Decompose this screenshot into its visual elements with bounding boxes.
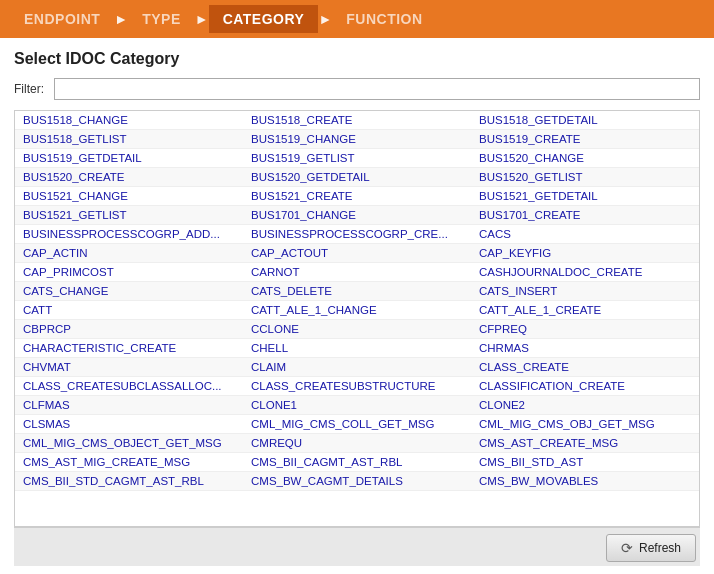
list-item[interactable]: CML_MIG_CMS_OBJECT_GET_MSG: [15, 434, 243, 453]
list-item[interactable]: BUS1521_CHANGE: [15, 187, 243, 206]
list-item[interactable]: CATS_INSERT: [471, 282, 699, 301]
list-item[interactable]: CAP_KEYFIG: [471, 244, 699, 263]
list-item[interactable]: CLASS_CREATESUBSTRUCTURE: [243, 377, 471, 396]
list-item[interactable]: BUS1701_CHANGE: [243, 206, 471, 225]
page-title: Select IDOC Category: [14, 50, 700, 68]
list-item[interactable]: BUS1518_GETDETAIL: [471, 111, 699, 130]
bottom-bar: ⟳ Refresh: [14, 527, 700, 566]
list-item[interactable]: CAP_PRIMCOST: [15, 263, 243, 282]
list-item[interactable]: BUS1518_CHANGE: [15, 111, 243, 130]
list-item[interactable]: BUS1518_GETLIST: [15, 130, 243, 149]
nav-arrow-1: ►: [114, 11, 128, 27]
list-item[interactable]: CBPRCP: [15, 320, 243, 339]
nav-arrow-3: ►: [318, 11, 332, 27]
list-item[interactable]: CML_MIG_CMS_COLL_GET_MSG: [243, 415, 471, 434]
list-item[interactable]: CHARACTERISTIC_CREATE: [15, 339, 243, 358]
list-scroll[interactable]: BUS1518_CHANGEBUS1518_CREATEBUS1518_GETD…: [15, 111, 699, 526]
list-item[interactable]: CMS_BII_CAGMT_AST_RBL: [243, 453, 471, 472]
filter-input[interactable]: [54, 78, 700, 100]
list-item[interactable]: CMS_BII_STD_CAGMT_AST_RBL: [15, 472, 243, 491]
list-item[interactable]: CMS_BII_STD_AST: [471, 453, 699, 472]
list-item[interactable]: CMS_AST_MIG_CREATE_MSG: [15, 453, 243, 472]
list-item[interactable]: BUS1519_CREATE: [471, 130, 699, 149]
nav-bar: ENDPOINT ► TYPE ► CATEGORY ► FUNCTION: [0, 0, 714, 38]
list-item[interactable]: CLSMAS: [15, 415, 243, 434]
list-item[interactable]: CMREQU: [243, 434, 471, 453]
nav-item-type[interactable]: TYPE: [128, 5, 195, 33]
list-item[interactable]: BUS1520_GETLIST: [471, 168, 699, 187]
list-item[interactable]: BUS1520_CHANGE: [471, 149, 699, 168]
list-item[interactable]: CHVMAT: [15, 358, 243, 377]
filter-row: Filter:: [14, 78, 700, 100]
list-item[interactable]: CML_MIG_CMS_OBJ_GET_MSG: [471, 415, 699, 434]
list-item[interactable]: BUS1519_CHANGE: [243, 130, 471, 149]
list-item[interactable]: CLONE1: [243, 396, 471, 415]
list-item[interactable]: CHRMAS: [471, 339, 699, 358]
list-item[interactable]: CATT_ALE_1_CREATE: [471, 301, 699, 320]
list-item[interactable]: CATS_CHANGE: [15, 282, 243, 301]
list-item[interactable]: CLASS_CREATE: [471, 358, 699, 377]
list-item[interactable]: BUSINESSPROCESSCOGRP_ADD...: [15, 225, 243, 244]
list-item[interactable]: CASHJOURNALDOC_CREATE: [471, 263, 699, 282]
list-item[interactable]: CLAIM: [243, 358, 471, 377]
list-item[interactable]: BUS1521_CREATE: [243, 187, 471, 206]
nav-item-function[interactable]: FUNCTION: [332, 5, 436, 33]
list-item[interactable]: BUSINESSPROCESSCOGRP_CRE...: [243, 225, 471, 244]
list-item[interactable]: BUS1519_GETLIST: [243, 149, 471, 168]
list-item[interactable]: CFPREQ: [471, 320, 699, 339]
list-item[interactable]: CACS: [471, 225, 699, 244]
list-item[interactable]: BUS1520_CREATE: [15, 168, 243, 187]
main-content: Select IDOC Category Filter: BUS1518_CHA…: [0, 38, 714, 574]
nav-item-endpoint[interactable]: ENDPOINT: [10, 5, 114, 33]
list-container: BUS1518_CHANGEBUS1518_CREATEBUS1518_GETD…: [14, 110, 700, 527]
list-item[interactable]: CMS_AST_CREATE_MSG: [471, 434, 699, 453]
list-item[interactable]: CATT: [15, 301, 243, 320]
list-item[interactable]: CLASSIFICATION_CREATE: [471, 377, 699, 396]
list-item[interactable]: BUS1518_CREATE: [243, 111, 471, 130]
list-item[interactable]: CLASS_CREATESUBCLASSALLOC...: [15, 377, 243, 396]
list-item[interactable]: CMS_BW_CAGMT_DETAILS: [243, 472, 471, 491]
list-item[interactable]: CATT_ALE_1_CHANGE: [243, 301, 471, 320]
list-item[interactable]: CARNOT: [243, 263, 471, 282]
refresh-label: Refresh: [639, 541, 681, 555]
nav-arrow-2: ►: [195, 11, 209, 27]
refresh-button[interactable]: ⟳ Refresh: [606, 534, 696, 562]
list-item[interactable]: CAP_ACTIN: [15, 244, 243, 263]
list-item[interactable]: BUS1521_GETLIST: [15, 206, 243, 225]
nav-item-category[interactable]: CATEGORY: [209, 5, 319, 33]
list-item[interactable]: BUS1701_CREATE: [471, 206, 699, 225]
list-item[interactable]: CMS_BW_MOVABLES: [471, 472, 699, 491]
list-grid: BUS1518_CHANGEBUS1518_CREATEBUS1518_GETD…: [15, 111, 699, 491]
list-item[interactable]: CCLONE: [243, 320, 471, 339]
refresh-icon: ⟳: [621, 540, 633, 556]
list-item[interactable]: CAP_ACTOUT: [243, 244, 471, 263]
list-item[interactable]: CATS_DELETE: [243, 282, 471, 301]
list-item[interactable]: BUS1520_GETDETAIL: [243, 168, 471, 187]
list-item[interactable]: CLFMAS: [15, 396, 243, 415]
list-item[interactable]: CLONE2: [471, 396, 699, 415]
filter-label: Filter:: [14, 82, 46, 96]
list-item[interactable]: BUS1519_GETDETAIL: [15, 149, 243, 168]
list-item[interactable]: CHELL: [243, 339, 471, 358]
list-item[interactable]: BUS1521_GETDETAIL: [471, 187, 699, 206]
